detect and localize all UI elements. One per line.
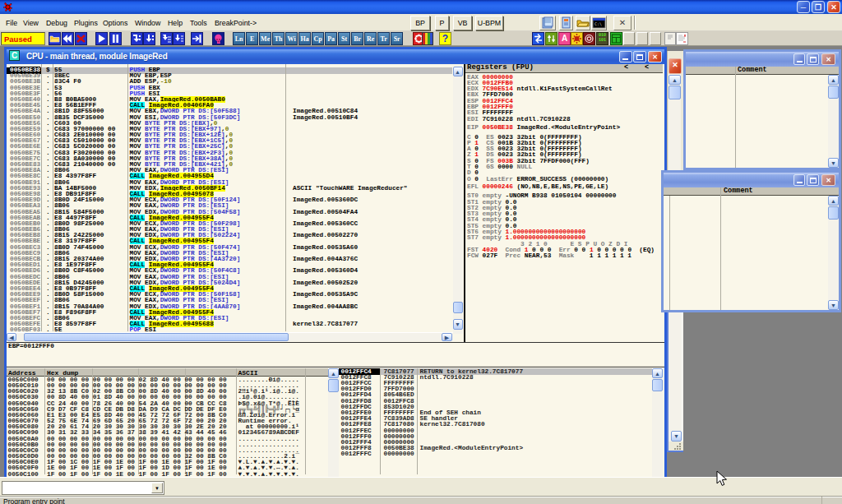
svg-text:C:\: C:\ [594, 21, 602, 26]
